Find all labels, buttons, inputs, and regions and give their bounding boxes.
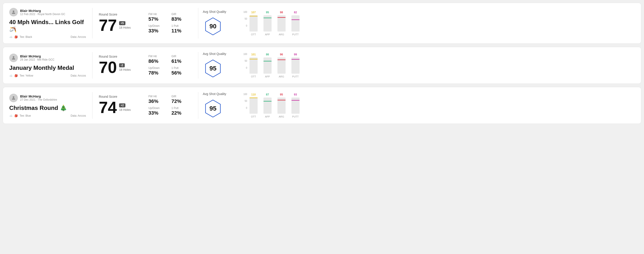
chart-label-ott: OTT [251,75,256,78]
chart-col-putt: 93 PUTT [290,93,301,118]
round-score-label: Round Score [99,55,144,58]
avg-shot-quality-label: Avg Shot Quality [203,52,226,56]
one-putt-value: 11% [172,28,189,34]
user-info: Blair McHarg 29 Jan 2022 · Mill Ride GCC [20,54,54,61]
tee-info: ☁️ 🎒 Tee: Black [9,35,32,38]
round-score-label: Round Score [99,13,144,16]
axis-label-50: 50 [245,100,247,102]
chart-value-arg: 98 [280,11,283,14]
up-down-stat: Up/Down 33% [148,107,166,116]
holes: 18 Holes [119,26,130,29]
axis-label-0: 0 [246,107,247,109]
chart-col-putt: 82 PUTT [290,11,301,36]
bar-line-putt [292,100,300,101]
score-number: 70 [99,59,117,75]
fw-hit-value: 57% [148,16,166,22]
bar-arg [278,57,286,74]
user-row: Blair McHarg 12 Feb 2022 · Royal North D… [9,8,86,16]
score-badge: -2 18 Holes [119,63,130,71]
tee-label: Tee: Black [20,35,32,38]
bar-ott [250,15,258,31]
user-icon [11,96,16,101]
axis-label-50: 50 [245,60,247,62]
quality-section: Avg Shot Quality 95 [203,92,239,119]
one-putt-stat: 1 Putt 56% [172,66,189,76]
user-row: Blair McHarg 27 Dec 2021 · The Oxfordshi… [9,94,86,102]
one-putt-label: 1 Putt [172,66,189,70]
tee-info: ☁️ 🎒 Tee: Yellow [9,74,33,77]
one-putt-value: 22% [172,110,189,116]
fw-hit-label: FW Hit [148,13,166,16]
chart-col-ott: 101 OTT [248,53,259,78]
score-section: Round Score 77 +5 18 Holes [99,13,144,34]
score-badge: +2 18 Holes [119,103,130,112]
chart-label-app: APP [265,75,270,78]
chart-label-arg: ARG [279,115,284,118]
gir-stat: GIR 72% [172,95,189,104]
axis-label-100: 100 [244,53,247,55]
up-down-label: Up/Down [148,24,166,27]
up-down-value: 33% [148,110,166,116]
avg-shot-quality-label: Avg Shot Quality [203,10,226,13]
bar-arg [278,15,286,31]
fw-hit-label: FW Hit [148,55,166,58]
chart-section: 100 50 0 101 OTT 86 APP [239,53,635,78]
gir-label: GIR [172,13,189,16]
chart-col-arg: 95 ARG [276,93,287,118]
chart-value-app: 86 [266,53,269,56]
bar-putt [292,57,300,74]
score-number: 77 [99,17,117,33]
chart-value-app: 95 [266,11,269,14]
one-putt-stat: 1 Putt 22% [172,107,189,116]
round-left: Blair McHarg 12 Feb 2022 · Royal North D… [9,8,86,38]
chart-section: 100 50 0 107 OTT 95 APP [239,11,635,36]
chart-value-ott: 110 [251,93,256,96]
stats-grid: FW Hit 86% GIR 61% Up/Down 78% 1 Putt 56… [148,55,189,76]
bar-putt [292,98,300,114]
bar-line-arg [278,100,286,101]
divider-1 [92,8,92,38]
hexagon: 95 [203,98,223,119]
divider-2 [198,92,198,119]
data-source: Data: Arccos [70,114,86,117]
bar-line-app [264,101,272,102]
score-main: 77 +5 18 Holes [99,17,144,33]
svg-point-0 [13,10,14,12]
stats-section: FW Hit 86% GIR 61% Up/Down 78% 1 Putt 56… [144,55,194,76]
bar-line-ott [250,59,258,59]
axis-label-50: 50 [245,17,247,20]
chart-label-arg: ARG [279,75,284,78]
stats-section: FW Hit 36% GIR 72% Up/Down 33% 1 Putt 22… [144,95,194,116]
date-course: 12 Feb 2022 · Royal North Devon GC [20,13,65,16]
avatar [9,8,18,16]
date-course: 27 Dec 2021 · The Oxfordshire [20,98,57,101]
gir-label: GIR [172,55,189,58]
gir-stat: GIR 61% [172,55,189,64]
bar-putt [292,15,300,31]
score-section: Round Score 70 -2 18 Holes [99,55,144,76]
divider-1 [92,52,92,79]
chart-value-arg: 96 [280,53,283,56]
chart-label-app: APP [265,33,270,36]
round-score-label: Round Score [99,95,144,98]
bag-icon: 🎒 [14,114,18,117]
quality-section: Avg Shot Quality 95 [203,52,239,79]
up-down-value: 78% [148,70,166,76]
bar-arg [278,98,286,114]
round-title: 40 Mph Winds... Links Golf 🪃 [9,19,86,33]
holes: 18 Holes [119,108,130,112]
bag-icon: 🎒 [14,35,18,38]
round-card: Blair McHarg 12 Feb 2022 · Royal North D… [3,3,641,44]
up-down-label: Up/Down [148,66,166,70]
chart-label-ott: OTT [251,115,256,118]
user-info: Blair McHarg 27 Dec 2021 · The Oxfordshi… [20,94,57,101]
chart-col-app: 95 APP [262,11,273,36]
bar-line-ott [250,98,258,98]
score-diff: -2 [119,63,125,67]
weather-icon: ☁️ [9,74,13,77]
bar-line-putt [292,19,300,20]
axis-label-100: 100 [244,11,247,13]
bar-app [264,57,272,74]
round-title: January Monthly Medal [9,64,86,71]
bar-line-ott [250,16,258,16]
